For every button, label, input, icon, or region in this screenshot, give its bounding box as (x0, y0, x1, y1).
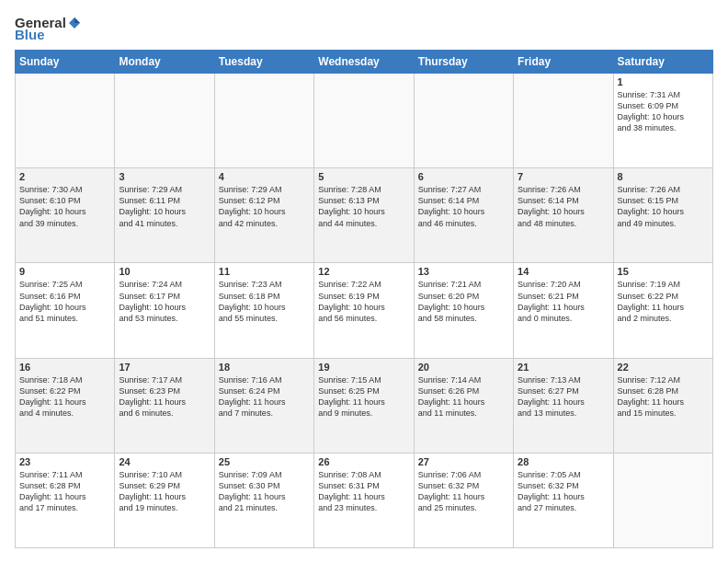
day-info: Sunrise: 7:13 AM Sunset: 6:27 PM Dayligh… (518, 374, 609, 419)
day-info: Sunrise: 7:30 AM Sunset: 6:10 PM Dayligh… (19, 184, 110, 229)
calendar-cell (16, 74, 115, 168)
day-info: Sunrise: 7:11 AM Sunset: 6:28 PM Dayligh… (19, 469, 110, 514)
calendar-row: 23Sunrise: 7:11 AM Sunset: 6:28 PM Dayli… (16, 453, 713, 547)
day-number: 3 (119, 171, 210, 182)
calendar-table: SundayMondayTuesdayWednesdayThursdayFrid… (15, 50, 713, 548)
day-info: Sunrise: 7:16 AM Sunset: 6:24 PM Dayligh… (219, 374, 310, 419)
calendar-cell: 14Sunrise: 7:20 AM Sunset: 6:21 PM Dayli… (514, 263, 613, 358)
calendar-cell: 6Sunrise: 7:27 AM Sunset: 6:14 PM Daylig… (414, 168, 513, 263)
day-number: 25 (219, 456, 310, 467)
day-number: 9 (19, 266, 110, 277)
calendar-cell (115, 74, 214, 168)
calendar-cell: 15Sunrise: 7:19 AM Sunset: 6:22 PM Dayli… (613, 263, 712, 358)
calendar-cell: 4Sunrise: 7:29 AM Sunset: 6:12 PM Daylig… (214, 168, 313, 263)
day-info: Sunrise: 7:28 AM Sunset: 6:13 PM Dayligh… (318, 184, 409, 229)
day-info: Sunrise: 7:09 AM Sunset: 6:30 PM Dayligh… (219, 469, 310, 514)
calendar-row: 16Sunrise: 7:18 AM Sunset: 6:22 PM Dayli… (16, 358, 713, 453)
calendar-cell: 7Sunrise: 7:26 AM Sunset: 6:14 PM Daylig… (514, 168, 613, 263)
header: General Blue (15, 15, 713, 42)
calendar-cell: 22Sunrise: 7:12 AM Sunset: 6:28 PM Dayli… (613, 358, 712, 453)
calendar-cell (514, 74, 613, 168)
calendar-row: 9Sunrise: 7:25 AM Sunset: 6:16 PM Daylig… (16, 263, 713, 358)
calendar-cell: 12Sunrise: 7:22 AM Sunset: 6:19 PM Dayli… (314, 263, 414, 358)
logo: General Blue (15, 15, 83, 42)
col-header-wednesday: Wednesday (314, 51, 414, 74)
calendar-cell (414, 74, 513, 168)
day-number: 10 (119, 266, 210, 277)
col-header-monday: Monday (115, 51, 214, 74)
calendar-cell: 17Sunrise: 7:17 AM Sunset: 6:23 PM Dayli… (115, 358, 214, 453)
day-info: Sunrise: 7:20 AM Sunset: 6:21 PM Dayligh… (518, 279, 609, 324)
calendar-cell: 9Sunrise: 7:25 AM Sunset: 6:16 PM Daylig… (16, 263, 115, 358)
calendar-cell: 13Sunrise: 7:21 AM Sunset: 6:20 PM Dayli… (414, 263, 513, 358)
day-info: Sunrise: 7:18 AM Sunset: 6:22 PM Dayligh… (19, 374, 110, 419)
logo-blue: Blue (15, 27, 45, 42)
calendar-cell: 21Sunrise: 7:13 AM Sunset: 6:27 PM Dayli… (514, 358, 613, 453)
day-number: 28 (518, 456, 609, 467)
calendar-row: 2Sunrise: 7:30 AM Sunset: 6:10 PM Daylig… (16, 168, 713, 263)
day-number: 11 (219, 266, 310, 277)
day-number: 5 (318, 171, 409, 182)
day-number: 7 (518, 171, 609, 182)
calendar-cell: 20Sunrise: 7:14 AM Sunset: 6:26 PM Dayli… (414, 358, 513, 453)
calendar-cell: 5Sunrise: 7:28 AM Sunset: 6:13 PM Daylig… (314, 168, 414, 263)
day-info: Sunrise: 7:26 AM Sunset: 6:15 PM Dayligh… (618, 184, 709, 229)
day-info: Sunrise: 7:31 AM Sunset: 6:09 PM Dayligh… (618, 89, 709, 134)
day-number: 20 (418, 362, 509, 373)
calendar-header-row: SundayMondayTuesdayWednesdayThursdayFrid… (16, 51, 713, 74)
day-number: 1 (618, 76, 709, 87)
day-number: 23 (19, 456, 110, 467)
calendar-cell: 18Sunrise: 7:16 AM Sunset: 6:24 PM Dayli… (214, 358, 313, 453)
day-info: Sunrise: 7:25 AM Sunset: 6:16 PM Dayligh… (19, 279, 110, 324)
day-number: 16 (19, 362, 110, 373)
day-info: Sunrise: 7:29 AM Sunset: 6:12 PM Dayligh… (219, 184, 310, 229)
calendar-cell: 27Sunrise: 7:06 AM Sunset: 6:32 PM Dayli… (414, 453, 513, 547)
calendar-cell (214, 74, 313, 168)
day-number: 4 (219, 171, 310, 182)
page: General Blue SundayMondayTuesdayWednesda… (0, 0, 728, 563)
calendar-cell (314, 74, 414, 168)
day-info: Sunrise: 7:22 AM Sunset: 6:19 PM Dayligh… (318, 279, 409, 324)
calendar-cell: 10Sunrise: 7:24 AM Sunset: 6:17 PM Dayli… (115, 263, 214, 358)
calendar-cell: 3Sunrise: 7:29 AM Sunset: 6:11 PM Daylig… (115, 168, 214, 263)
calendar-cell: 11Sunrise: 7:23 AM Sunset: 6:18 PM Dayli… (214, 263, 313, 358)
day-info: Sunrise: 7:10 AM Sunset: 6:29 PM Dayligh… (119, 469, 210, 514)
day-info: Sunrise: 7:24 AM Sunset: 6:17 PM Dayligh… (119, 279, 210, 324)
calendar-row: 1Sunrise: 7:31 AM Sunset: 6:09 PM Daylig… (16, 74, 713, 168)
col-header-friday: Friday (514, 51, 613, 74)
day-info: Sunrise: 7:23 AM Sunset: 6:18 PM Dayligh… (219, 279, 310, 324)
day-info: Sunrise: 7:26 AM Sunset: 6:14 PM Dayligh… (518, 184, 609, 229)
col-header-thursday: Thursday (414, 51, 513, 74)
day-info: Sunrise: 7:05 AM Sunset: 6:32 PM Dayligh… (518, 469, 609, 514)
calendar-cell: 16Sunrise: 7:18 AM Sunset: 6:22 PM Dayli… (16, 358, 115, 453)
col-header-tuesday: Tuesday (214, 51, 313, 74)
day-info: Sunrise: 7:14 AM Sunset: 6:26 PM Dayligh… (418, 374, 509, 419)
day-info: Sunrise: 7:29 AM Sunset: 6:11 PM Dayligh… (119, 184, 210, 229)
day-number: 15 (618, 266, 709, 277)
day-info: Sunrise: 7:08 AM Sunset: 6:31 PM Dayligh… (318, 469, 409, 514)
calendar-cell: 1Sunrise: 7:31 AM Sunset: 6:09 PM Daylig… (613, 74, 712, 168)
day-number: 21 (518, 362, 609, 373)
day-number: 22 (618, 362, 709, 373)
day-number: 24 (119, 456, 210, 467)
calendar-cell: 25Sunrise: 7:09 AM Sunset: 6:30 PM Dayli… (214, 453, 313, 547)
day-number: 19 (318, 362, 409, 373)
calendar-cell (613, 453, 712, 547)
day-number: 13 (418, 266, 509, 277)
calendar-cell: 24Sunrise: 7:10 AM Sunset: 6:29 PM Dayli… (115, 453, 214, 547)
day-info: Sunrise: 7:21 AM Sunset: 6:20 PM Dayligh… (418, 279, 509, 324)
day-number: 17 (119, 362, 210, 373)
day-number: 14 (518, 266, 609, 277)
day-number: 12 (318, 266, 409, 277)
day-info: Sunrise: 7:15 AM Sunset: 6:25 PM Dayligh… (318, 374, 409, 419)
col-header-sunday: Sunday (16, 51, 115, 74)
col-header-saturday: Saturday (613, 51, 712, 74)
calendar-cell: 23Sunrise: 7:11 AM Sunset: 6:28 PM Dayli… (16, 453, 115, 547)
calendar-cell: 28Sunrise: 7:05 AM Sunset: 6:32 PM Dayli… (514, 453, 613, 547)
calendar-cell: 26Sunrise: 7:08 AM Sunset: 6:31 PM Dayli… (314, 453, 414, 547)
day-info: Sunrise: 7:19 AM Sunset: 6:22 PM Dayligh… (618, 279, 709, 324)
day-number: 18 (219, 362, 310, 373)
day-number: 2 (19, 171, 110, 182)
day-number: 6 (418, 171, 509, 182)
day-info: Sunrise: 7:06 AM Sunset: 6:32 PM Dayligh… (418, 469, 509, 514)
